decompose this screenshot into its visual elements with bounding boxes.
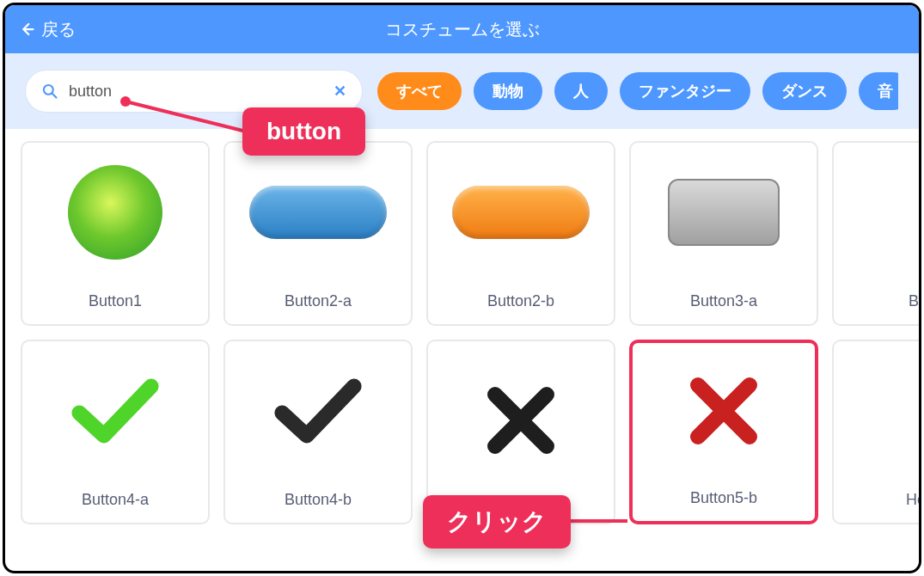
category-pill[interactable]: ファンタジー <box>620 72 750 110</box>
costume-card[interactable]: Button4-a <box>21 340 210 524</box>
click-annotation: クリック <box>423 495 571 548</box>
category-pill[interactable]: 音 <box>859 72 898 110</box>
costume-label: Button2-a <box>285 282 352 324</box>
costume-label: Button1 <box>89 282 142 324</box>
costume-card[interactable]: Button3-a <box>629 141 818 326</box>
costume-label: Button4-a <box>82 481 149 523</box>
back-button[interactable]: 戻る <box>19 18 76 41</box>
costume-card[interactable]: Butto <box>832 141 919 326</box>
costume-label: Button2-b <box>487 282 554 324</box>
costume-label: Button5-b <box>690 479 757 521</box>
header-bar: 戻る コスチュームを選ぶ <box>5 5 919 53</box>
search-box[interactable]: ✕ <box>26 70 362 112</box>
costume-card[interactable]: Button1 <box>21 141 210 326</box>
page-title: コスチュームを選ぶ <box>385 18 540 41</box>
costume-card[interactable]: Button5-b <box>629 340 818 524</box>
search-icon <box>41 83 58 100</box>
costume-label: Home <box>906 481 919 523</box>
costume-card[interactable]: Button2-a <box>223 141 413 326</box>
category-pill[interactable]: 人 <box>554 72 608 110</box>
category-pill[interactable]: 動物 <box>474 72 542 110</box>
clear-search-icon[interactable]: ✕ <box>333 82 346 101</box>
category-pill[interactable]: すべて <box>377 72 462 110</box>
costume-label: Button4-b <box>285 481 352 523</box>
costume-label: Button3-a <box>690 282 757 324</box>
filter-bar: ✕ すべて動物人ファンタジーダンス音 <box>5 53 919 129</box>
costume-label: Butto <box>909 282 919 324</box>
costume-card[interactable]: Button2-b <box>426 141 615 326</box>
costume-grid: Button1Button2-aButton2-bButton3-aButtoB… <box>5 129 919 536</box>
costume-card[interactable]: Home <box>832 340 919 524</box>
category-pill[interactable]: ダンス <box>762 72 847 110</box>
app-window: 戻る コスチュームを選ぶ ✕ すべて動物人ファンタジーダンス音 Button1B… <box>3 3 921 573</box>
back-arrow-icon <box>19 21 34 37</box>
costume-card[interactable]: Button4-b <box>223 340 413 524</box>
search-input[interactable] <box>69 83 323 101</box>
svg-line-1 <box>52 94 57 98</box>
search-annotation: button <box>242 107 365 156</box>
back-label: 戻る <box>41 18 76 41</box>
